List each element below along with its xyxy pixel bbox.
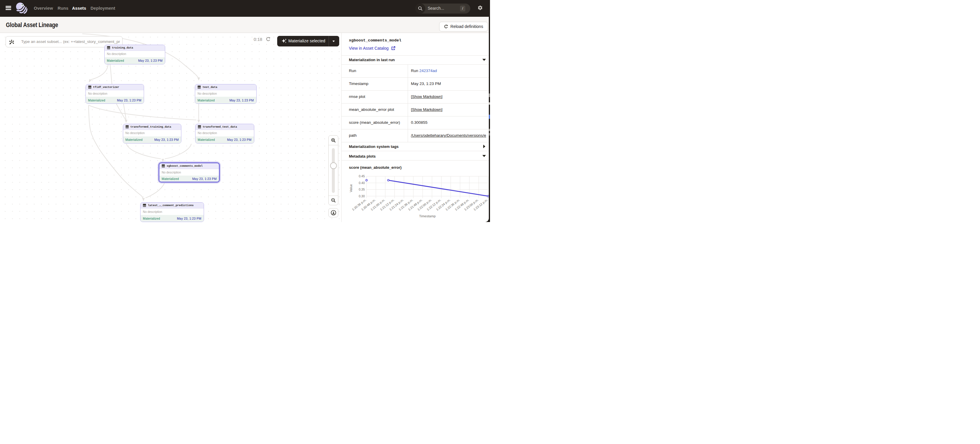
svg-text:0.40: 0.40 [359,181,365,185]
svg-text:0.30: 0.30 [359,194,365,198]
svg-text:0.45: 0.45 [359,174,365,178]
svg-text:0.35: 0.35 [359,188,365,191]
svg-text:Timestamp: Timestamp [419,214,436,218]
svg-text:Value: Value [349,184,353,192]
